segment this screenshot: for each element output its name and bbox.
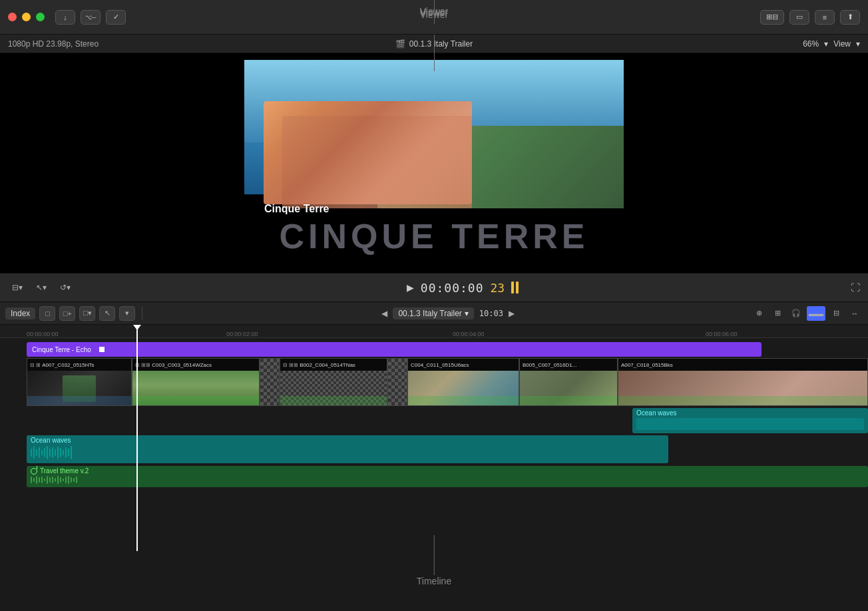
svg-rect-23 (49, 477, 51, 483)
tool-select-button[interactable]: ↖▾ (32, 280, 51, 295)
svg-rect-16 (31, 477, 32, 483)
clip-2-waveform (132, 396, 259, 405)
timeline-label: Timeline (417, 576, 451, 586)
svg-rect-15 (71, 446, 72, 459)
video-clip-5[interactable]: B005_C007_0516D1... (519, 358, 618, 406)
ocean-waves-bottom-track: Ocean waves (27, 435, 668, 463)
share-icon[interactable]: ⬆ (840, 10, 860, 25)
ruler-tick-2: 00:00:02:00 (226, 331, 258, 337)
clip-name-display[interactable]: 00.1.3 Italy Trailer ▾ (393, 307, 473, 319)
clip-options-button[interactable]: □▾ (79, 306, 95, 321)
svg-rect-32 (73, 478, 75, 482)
audio-button[interactable]: 🎧 (788, 306, 804, 321)
video-clip-gap[interactable] (260, 358, 280, 406)
keyframe-button[interactable]: ⌥─ (81, 10, 101, 25)
transform-button[interactable]: ↺▾ (56, 280, 75, 295)
clip-5-header: B005_C007_0516D1... (520, 359, 617, 371)
clip-6-header: A007_C018_0515Bks (618, 359, 867, 371)
inspector-icon[interactable]: ≡ (815, 10, 835, 25)
view-button[interactable]: View (833, 39, 851, 49)
info-bar: 1080p HD 23.98p, Stereo 🎬 00.1.3 Italy T… (0, 35, 868, 53)
frame-display: 23 (491, 281, 505, 295)
svg-rect-27 (60, 477, 61, 483)
timeline-section: 00:00:00:00 00:00:02:00 00:00:04:00 00:0… (0, 325, 868, 564)
snapshot-button[interactable]: □ (39, 306, 55, 321)
svg-rect-29 (65, 477, 67, 483)
video-clip-2[interactable]: ⊟ ⊞⊞ C003_C003_0514WZacs (132, 358, 260, 406)
clip-6-waveform (618, 396, 867, 405)
minimize-button[interactable] (22, 13, 31, 21)
clip-appearance-button[interactable]: ⊟▾ (8, 280, 27, 295)
title-bar: ↓ ⌥─ ✓ ⊞⊟ ▭ ≡ ⬆ (0, 0, 868, 35)
video-title-overlay: Cinque Terre (244, 203, 624, 215)
clip-4-header: C004_C011_0515U6acs (408, 359, 519, 371)
info-bar-right: 66% ▾ View ▾ (803, 39, 860, 49)
svg-rect-17 (33, 478, 35, 482)
svg-rect-8 (52, 447, 53, 458)
playhead[interactable] (136, 325, 138, 551)
travel-theme-track: Travel theme v.2 (27, 466, 868, 487)
import-button[interactable]: ↓ (55, 10, 75, 25)
close-button[interactable] (8, 13, 17, 21)
travel-theme-row: Travel theme v.2 (27, 466, 868, 487)
svg-rect-14 (68, 449, 69, 457)
clip-5-waveform (520, 396, 617, 405)
blade-tool-button[interactable]: ▾ (119, 306, 135, 321)
svg-rect-25 (55, 478, 56, 482)
timeline-duration: 10:03 (479, 309, 503, 318)
add-keyframe-button[interactable]: ⊕ (751, 306, 767, 321)
clip-2-header: ⊟ ⊞⊞ C003_C003_0514WZacs (132, 359, 259, 371)
timeline-right-tools: ⊕ ⊞ 🎧 ▬▬ ⊟ ↔ (751, 306, 863, 321)
ocean-waves-top-row: Ocean waves (0, 408, 868, 433)
timeline-next-button[interactable]: ▶ (509, 309, 515, 318)
toolbar-tools: ↓ ⌥─ ✓ (55, 10, 126, 25)
clip-title-small: Cinque Terre (264, 203, 329, 214)
svg-rect-18 (36, 476, 37, 484)
svg-rect-30 (68, 476, 69, 484)
svg-rect-24 (52, 477, 53, 483)
fullscreen-button[interactable]: ⛶ (851, 282, 860, 293)
svg-rect-28 (63, 479, 64, 481)
travel-theme-waveform (31, 475, 864, 485)
video-clips-row: ⊟ ⊞ A007_C032_0515HTs ⊟ ⊞⊞ C003_C003_051… (27, 358, 868, 406)
play-button[interactable]: ▶ (407, 282, 414, 293)
zoom-in-button[interactable]: ⊞ (769, 306, 785, 321)
ruler-tick-4: 00:00:04:00 (453, 331, 485, 337)
clip-add-button[interactable]: □+ (59, 306, 75, 321)
browser-icon[interactable]: ⊞⊟ (760, 10, 784, 25)
playback-left-tools: ⊟▾ ↖▾ ↺▾ (8, 280, 75, 295)
playback-center: ▶ 00:00:00 23 (75, 281, 851, 295)
video-frame: Cinque Terre CINQUE TERRE (244, 60, 624, 266)
ocean-waves-bottom-row: Ocean waves (27, 435, 868, 463)
svg-rect-6 (47, 446, 48, 459)
video-clip-3[interactable]: ⊟ ⊞⊞ B002_C004_0514TNas (280, 358, 387, 406)
select-tool-button[interactable]: ↖ (99, 306, 115, 321)
video-title-large: CINQUE TERRE (244, 216, 624, 256)
video-clip-gap2[interactable] (387, 358, 407, 406)
svg-rect-11 (60, 448, 61, 457)
svg-rect-7 (49, 449, 51, 457)
timeline-toolbar: Index □ □+ □▾ ↖ ▾ ◀ 00.1.3 Italy Trailer… (0, 302, 868, 325)
viewer-area: Cinque Terre CINQUE TERRE (0, 53, 868, 273)
svg-rect-1 (33, 447, 35, 459)
clip-height-button[interactable]: ⊟ (828, 306, 844, 321)
skimming-button[interactable]: ↔ (847, 306, 863, 321)
video-toggle-button[interactable]: ▬▬ (807, 306, 825, 321)
tracks-container: Cinque Terre - Echo ⊟ ⊞ A007_C032_0515HT… (0, 338, 868, 487)
ocean-waves-waveform (31, 445, 664, 460)
timeline-ruler: 00:00:00:00 00:00:02:00 00:00:04:00 00:0… (0, 325, 868, 338)
timeline-view-icon[interactable]: ▭ (789, 10, 809, 25)
video-clip-4[interactable]: C004_C011_0515U6acs (407, 358, 519, 406)
video-clip-6[interactable]: A007_C018_0515Bks (618, 358, 868, 406)
svg-rect-31 (71, 477, 72, 483)
fullscreen-button[interactable] (36, 13, 45, 21)
music-track-dot (99, 347, 105, 352)
index-button[interactable]: Index (5, 307, 35, 319)
project-label: 🎬 00.1.3 Italy Trailer (395, 39, 473, 49)
video-clip-1[interactable]: ⊟ ⊞ A007_C032_0515HTs (27, 358, 132, 406)
svg-rect-22 (47, 476, 48, 484)
traffic-lights (8, 13, 45, 21)
check-button[interactable]: ✓ (106, 10, 126, 25)
clip-3-waveform (280, 396, 387, 405)
timeline-prev-button[interactable]: ◀ (381, 309, 387, 318)
